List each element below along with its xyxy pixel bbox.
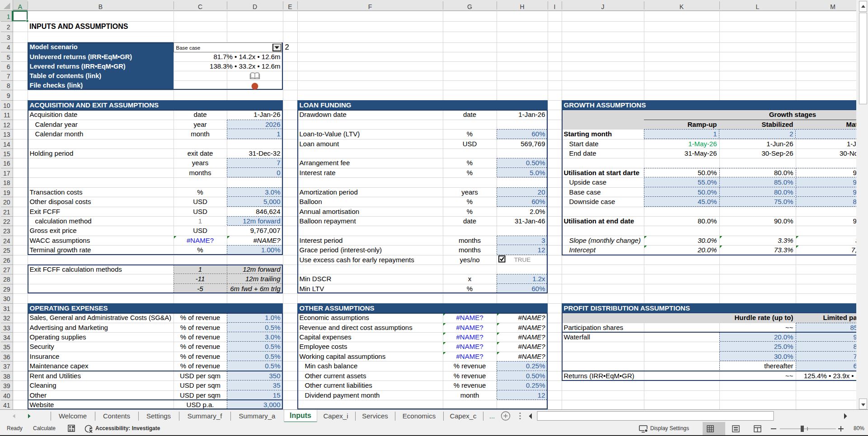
svg-text:26: 26 [3, 257, 10, 264]
svg-text:2: 2 [285, 43, 289, 51]
svg-text:95.0%: 95.0% [853, 217, 857, 225]
svg-text:thereafter: thereafter [764, 362, 793, 370]
svg-text:24: 24 [3, 237, 10, 245]
svg-text:%: % [467, 159, 473, 167]
svg-text:12m trailing: 12m trailing [245, 275, 281, 283]
svg-text:21: 21 [3, 209, 10, 216]
svg-text:80.0%: 80.0% [774, 169, 793, 176]
svg-text:Exit FCFF: Exit FCFF [30, 208, 61, 215]
svg-text:0.25%: 0.25% [526, 362, 545, 370]
svg-text:35: 35 [273, 381, 281, 389]
svg-text:calculation method: calculation method [35, 217, 92, 225]
svg-text:1: 1 [198, 265, 202, 273]
svg-text:37: 37 [3, 363, 10, 370]
svg-text:1.0%: 1.0% [265, 314, 280, 321]
svg-text:15: 15 [3, 150, 10, 158]
svg-text:GROWTH ASSUMPTIONS: GROWTH ASSUMPTIONS [564, 101, 646, 109]
svg-text:20.0%: 20.0% [774, 333, 793, 341]
svg-text:85.0%: 85.0% [853, 198, 857, 205]
svg-text:35: 35 [3, 343, 10, 351]
svg-text:13: 13 [3, 131, 10, 138]
svg-text:years: years [192, 159, 209, 167]
svg-text:0.5%: 0.5% [265, 324, 280, 331]
svg-text:months: months [189, 169, 211, 176]
svg-text:OTHER ASSUMPTIONS: OTHER ASSUMPTIONS [300, 304, 375, 312]
svg-text:#NAME?: #NAME? [456, 353, 483, 360]
svg-text:7,000: 7,000 [851, 246, 856, 254]
svg-text:Stabilized: Stabilized [761, 121, 793, 128]
svg-text:Downside case: Downside case [569, 198, 615, 205]
svg-text:12: 12 [3, 121, 10, 129]
svg-text:846,624: 846,624 [256, 208, 280, 215]
svg-text:Maintenance capex: Maintenance capex [30, 362, 89, 370]
svg-text:Arrangement fee: Arrangement fee [300, 159, 350, 167]
svg-text:-11: -11 [196, 275, 205, 283]
svg-text:0: 0 [277, 169, 280, 176]
svg-text:Revenue and direct cost assump: Revenue and direct cost assumptions [300, 324, 413, 331]
svg-text:Sales, General and Administrat: Sales, General and Administrative Costs … [30, 314, 172, 321]
svg-text:year: year [193, 121, 206, 128]
svg-text:30: 30 [3, 295, 10, 302]
svg-text:6: 6 [7, 63, 10, 70]
svg-text:85.0%: 85.0% [850, 324, 857, 331]
svg-text:Other current liabilities: Other current liabilities [305, 381, 372, 389]
svg-text:125.4% • 23.9x • 12.6m: 125.4% • 23.9x • 12.6m [804, 372, 856, 380]
svg-text:9,767,007: 9,767,007 [250, 227, 281, 234]
svg-text:%: % [197, 246, 203, 254]
svg-text:1.2x: 1.2x [532, 275, 545, 283]
svg-text:3,000: 3,000 [263, 401, 281, 408]
svg-text:2: 2 [789, 130, 793, 138]
svg-text:#NAME?: #NAME? [456, 343, 483, 350]
svg-text:Mature: Mature [846, 121, 857, 128]
svg-text:3.0%: 3.0% [265, 333, 280, 341]
svg-text:25.0%: 25.0% [774, 343, 793, 350]
svg-text:Growth stages: Growth stages [769, 111, 816, 118]
svg-text:exit date: exit date [188, 149, 213, 157]
svg-text:3.0%: 3.0% [265, 188, 280, 196]
svg-text:Interest period: Interest period [300, 237, 343, 244]
svg-text:2.0%: 2.0% [530, 208, 545, 215]
svg-text:#NAME?: #NAME? [518, 333, 545, 341]
svg-text:40: 40 [3, 392, 10, 399]
svg-text:D: D [253, 3, 257, 10]
svg-text:12: 12 [538, 246, 545, 254]
svg-text:Utilisation at end date: Utilisation at end date [564, 217, 634, 225]
svg-text:File checks (link): File checks (link) [30, 82, 83, 89]
svg-text:Model scenario: Model scenario [30, 43, 78, 51]
svg-text:% of revenue: % of revenue [180, 353, 220, 360]
svg-text:Operating supplies: Operating supplies [30, 333, 86, 341]
svg-text:month: month [191, 130, 210, 138]
svg-text:1-Jun-26: 1-Jun-26 [766, 140, 793, 148]
svg-text:1-Jan-26: 1-Jan-26 [518, 111, 545, 118]
svg-text:Min cash balance: Min cash balance [305, 362, 358, 370]
svg-text:H: H [520, 3, 524, 10]
svg-text:USD per sqm: USD per sqm [180, 391, 221, 399]
svg-text:Base case: Base case [176, 45, 201, 51]
svg-text:1: 1 [713, 130, 717, 138]
svg-text:Annual amortisation: Annual amortisation [300, 208, 360, 215]
svg-text:Terminal growth rate: Terminal growth rate [30, 246, 91, 254]
svg-text:60%: 60% [531, 285, 545, 292]
svg-text:USD per sqm: USD per sqm [180, 372, 221, 380]
svg-text:%: % [467, 198, 473, 205]
svg-text:B: B [99, 3, 103, 10]
svg-text:90.0%: 90.0% [853, 188, 857, 196]
svg-text:Calendar month: Calendar month [35, 130, 84, 138]
svg-text:~~: ~~ [785, 372, 793, 380]
svg-text:USD p.a.: USD p.a. [187, 401, 214, 408]
svg-text:Ramp-up: Ramp-up [688, 121, 717, 128]
svg-text:#NAME?: #NAME? [187, 237, 214, 244]
svg-text:80.0%: 80.0% [698, 217, 717, 225]
svg-text:12m forward: 12m forward [243, 217, 280, 225]
svg-text:1-Jul-26: 1-Jul-26 [847, 140, 856, 148]
svg-text:Cleaning: Cleaning [30, 381, 56, 389]
svg-text:22: 22 [3, 218, 10, 225]
svg-text:20: 20 [3, 199, 10, 206]
svg-text:Use excess cash for early repa: Use excess cash for early repayments [300, 256, 414, 264]
svg-text:Acquisition date: Acquisition date [30, 111, 78, 118]
svg-text:Holding period: Holding period [30, 149, 74, 157]
svg-text:ACQUISITION AND EXIT ASSUMPTIO: ACQUISITION AND EXIT ASSUMPTIONS [30, 101, 159, 109]
svg-text:% of revenue: % of revenue [180, 324, 220, 331]
svg-text:%: % [467, 169, 473, 176]
svg-text:WACC assumptions: WACC assumptions [30, 237, 90, 244]
